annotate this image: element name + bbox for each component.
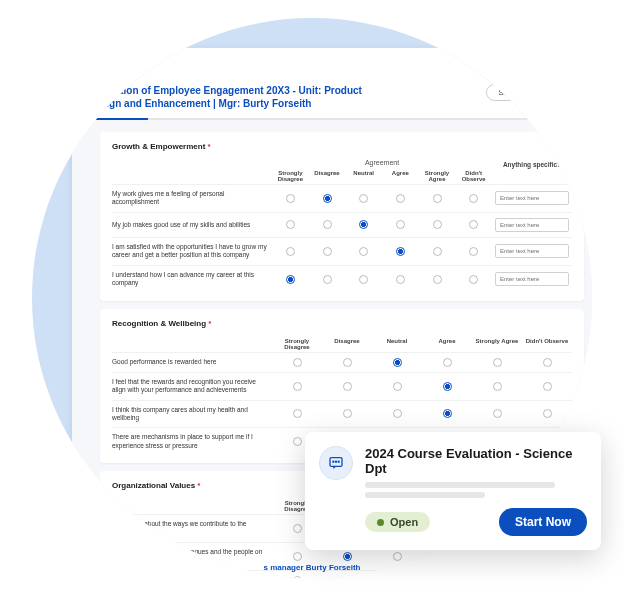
radio-option[interactable] bbox=[293, 576, 302, 578]
radio-option[interactable] bbox=[293, 437, 302, 446]
radio-option[interactable] bbox=[433, 247, 442, 256]
radio-option[interactable] bbox=[293, 552, 302, 561]
radio-option[interactable] bbox=[469, 194, 478, 203]
specific-input[interactable] bbox=[495, 272, 569, 286]
scale-header: Disagree bbox=[322, 336, 372, 352]
radio-option[interactable] bbox=[443, 382, 452, 391]
status-badge: Open bbox=[365, 512, 430, 532]
scale-header: Neutral bbox=[345, 168, 382, 184]
radio-option[interactable] bbox=[493, 552, 502, 561]
radio-option[interactable] bbox=[323, 247, 332, 256]
question-text: I think this company respects individual… bbox=[112, 576, 272, 578]
scale-header: Disagree bbox=[309, 168, 346, 184]
question-row: My work gives me a feeling of personal a… bbox=[112, 184, 572, 212]
radio-option[interactable] bbox=[493, 358, 502, 367]
radio-option[interactable] bbox=[393, 382, 402, 391]
radio-option[interactable] bbox=[343, 358, 352, 367]
radio-option[interactable] bbox=[393, 552, 402, 561]
radio-option[interactable] bbox=[359, 275, 368, 284]
question-text: My job makes good use of my skills and a… bbox=[112, 221, 272, 229]
brand-name: explorance bbox=[103, 58, 151, 68]
svg-point-3 bbox=[338, 461, 339, 462]
radio-option[interactable] bbox=[393, 358, 402, 367]
radio-option[interactable] bbox=[469, 275, 478, 284]
scale-header: Strongly Agree bbox=[472, 336, 522, 352]
question-text: Good performance is rewarded here bbox=[112, 358, 272, 366]
question-row: Good performance is rewarded here bbox=[112, 352, 572, 372]
radio-option[interactable] bbox=[493, 382, 502, 391]
radio-option[interactable] bbox=[343, 382, 352, 391]
status-label: Open bbox=[390, 516, 418, 528]
radio-option[interactable] bbox=[543, 382, 552, 391]
radio-option[interactable] bbox=[396, 247, 405, 256]
chat-icon bbox=[319, 446, 353, 480]
brand-logo-icon bbox=[88, 61, 99, 72]
radio-option[interactable] bbox=[433, 220, 442, 229]
radio-option[interactable] bbox=[396, 194, 405, 203]
radio-option[interactable] bbox=[323, 220, 332, 229]
radio-option[interactable] bbox=[396, 275, 405, 284]
avatar[interactable] bbox=[580, 58, 592, 74]
radio-option[interactable] bbox=[393, 576, 402, 578]
radio-option[interactable] bbox=[396, 220, 405, 229]
radio-option[interactable] bbox=[293, 524, 302, 533]
radio-option[interactable] bbox=[543, 552, 552, 561]
radio-option[interactable] bbox=[493, 576, 502, 578]
start-now-button[interactable]: Start Now bbox=[499, 508, 587, 536]
agreement-header: Agreement bbox=[272, 159, 492, 166]
radio-option[interactable] bbox=[293, 409, 302, 418]
radio-option[interactable] bbox=[433, 194, 442, 203]
radio-option[interactable] bbox=[543, 576, 552, 578]
scale-header: Didn't Observe bbox=[522, 336, 572, 352]
radio-option[interactable] bbox=[433, 275, 442, 284]
radio-option[interactable] bbox=[443, 358, 452, 367]
radio-option[interactable] bbox=[323, 275, 332, 284]
radio-option[interactable] bbox=[323, 194, 332, 203]
radio-option[interactable] bbox=[469, 247, 478, 256]
radio-option[interactable] bbox=[493, 409, 502, 418]
section-title: Recognition & Wellbeing bbox=[112, 319, 572, 328]
skeleton-line bbox=[365, 492, 485, 498]
radio-option[interactable] bbox=[543, 358, 552, 367]
summary-button[interactable]: Summary bbox=[486, 84, 546, 101]
question-row: My job makes good use of my skills and a… bbox=[112, 212, 572, 237]
specific-input[interactable] bbox=[495, 244, 569, 258]
question-text: There are mechanisms in place to support… bbox=[112, 433, 272, 450]
card-title: 2024 Course Evaluation - Science Dpt bbox=[365, 446, 587, 476]
specific-header: Anything specific? bbox=[492, 161, 572, 168]
radio-option[interactable] bbox=[286, 220, 295, 229]
scale-header: Strongly Agree bbox=[419, 168, 456, 184]
radio-option[interactable] bbox=[293, 382, 302, 391]
radio-option[interactable] bbox=[286, 194, 295, 203]
brand-sub: CorporateBest bbox=[103, 68, 151, 74]
scale-header: Neutral bbox=[372, 336, 422, 352]
radio-option[interactable] bbox=[443, 576, 452, 578]
radio-option[interactable] bbox=[343, 576, 352, 578]
radio-option[interactable] bbox=[286, 275, 295, 284]
radio-option[interactable] bbox=[443, 552, 452, 561]
svg-point-2 bbox=[335, 461, 336, 462]
save-button[interactable]: Save bbox=[552, 84, 592, 101]
question-text: I think this company cares about my heal… bbox=[112, 406, 272, 423]
radio-option[interactable] bbox=[443, 409, 452, 418]
footer-text: s manager Burty Forseith bbox=[264, 563, 361, 572]
radio-option[interactable] bbox=[543, 409, 552, 418]
scale-header: Agree bbox=[382, 168, 419, 184]
radio-option[interactable] bbox=[359, 247, 368, 256]
question-text: My work gives me a feeling of personal a… bbox=[112, 190, 272, 207]
section-title: Growth & Empowerment bbox=[112, 142, 572, 151]
question-row: I am satisfied with the opportunities I … bbox=[112, 237, 572, 265]
question-text: I feel good about the ways we contribute… bbox=[112, 520, 272, 537]
brand: explorance CorporateBest bbox=[88, 58, 151, 74]
radio-option[interactable] bbox=[359, 194, 368, 203]
radio-option[interactable] bbox=[293, 358, 302, 367]
radio-option[interactable] bbox=[343, 552, 352, 561]
radio-option[interactable] bbox=[286, 247, 295, 256]
status-dot-icon bbox=[377, 519, 384, 526]
radio-option[interactable] bbox=[343, 409, 352, 418]
radio-option[interactable] bbox=[469, 220, 478, 229]
specific-input[interactable] bbox=[495, 191, 569, 205]
radio-option[interactable] bbox=[359, 220, 368, 229]
radio-option[interactable] bbox=[393, 409, 402, 418]
specific-input[interactable] bbox=[495, 218, 569, 232]
